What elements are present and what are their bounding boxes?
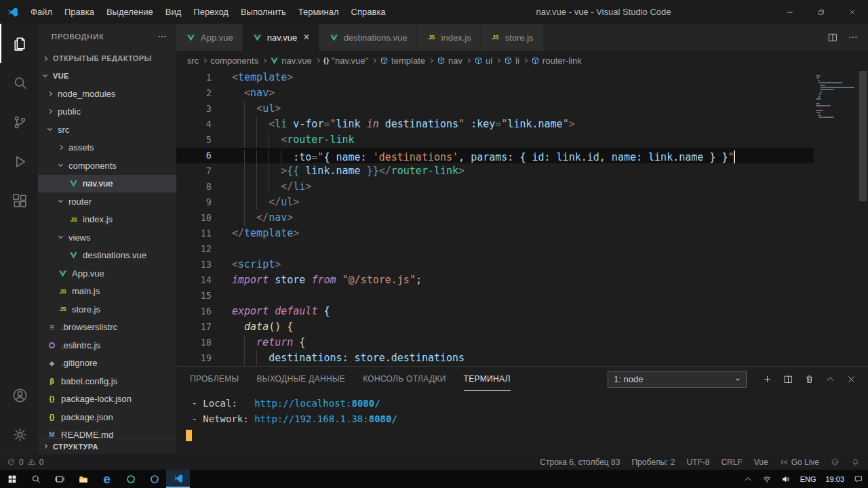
code-line-12[interactable]: 12	[176, 241, 814, 257]
taskbar-task-view[interactable]	[47, 470, 71, 488]
new-terminal-icon[interactable]	[760, 371, 774, 386]
terminal-cursor-line[interactable]	[186, 427, 868, 443]
panel-tab-terminal[interactable]: ТЕРМИНАЛ	[464, 367, 511, 391]
taskbar-app-teal[interactable]	[119, 470, 142, 488]
breadcrumb-nav-vue[interactable]: nav.vue	[270, 56, 312, 66]
menu-run[interactable]: Выполнить	[235, 0, 292, 24]
status-cursor-position[interactable]: Строка 6, столбец 83	[540, 458, 620, 467]
breadcrumb-li[interactable]: li	[504, 56, 519, 66]
close-icon[interactable]: ×	[303, 32, 309, 43]
panel-tab-problems[interactable]: ПРОБЛЕМЫ	[190, 367, 239, 391]
breadcrumb-src[interactable]: src	[187, 56, 199, 66]
tree-item-nav-vue[interactable]: nav.vue	[38, 175, 176, 193]
menu-selection[interactable]: Выделение	[100, 0, 159, 24]
activity-account[interactable]	[0, 375, 38, 415]
terminal-select[interactable]: 1: node	[608, 371, 747, 388]
minimap[interactable]	[814, 70, 857, 366]
breadcrumb-nav-vue[interactable]: {}"nav.vue"	[323, 56, 368, 66]
code-editor[interactable]: 1<template>2 <nav>3 <ul>4 <li v-for="lin…	[176, 70, 814, 366]
taskbar-app-blue[interactable]	[142, 470, 166, 488]
breadcrumb-router-link[interactable]: router-link	[531, 56, 582, 66]
tree-item-babel-config-js[interactable]: βbabel.config.js	[38, 372, 176, 390]
status-feedback[interactable]	[831, 458, 840, 466]
code-line-7[interactable]: 7 >{{ link.name }}</router-link>	[176, 163, 814, 179]
tab-nav-vue[interactable]: nav.vue×	[243, 24, 319, 51]
code-line-17[interactable]: 17 data() {	[176, 319, 814, 335]
tree-item-components[interactable]: components	[38, 157, 176, 175]
tree-item-destinations-vue[interactable]: destinations.vue	[38, 247, 176, 265]
close-button[interactable]	[837, 0, 868, 24]
status-eol[interactable]: CRLF	[721, 458, 742, 467]
tree-item-assets[interactable]: assets	[38, 139, 176, 157]
tree-item-package-json[interactable]: {}package.json	[38, 408, 176, 426]
code-line-11[interactable]: 11</template>	[176, 226, 814, 241]
tree-item-router[interactable]: router	[38, 192, 176, 211]
panel-tab-output[interactable]: ВЫХОДНЫЕ ДАННЫЕ	[256, 367, 345, 391]
tree-item-main-js[interactable]: JSmain.js	[38, 283, 176, 301]
restore-button[interactable]	[806, 0, 837, 24]
code-line-13[interactable]: 13<script>	[176, 257, 814, 272]
tray-clock[interactable]: 19:03	[821, 470, 849, 488]
tree-item-src[interactable]: src	[38, 121, 176, 139]
activity-settings[interactable]	[0, 415, 38, 454]
split-editor-icon[interactable]	[827, 32, 838, 43]
menu-go[interactable]: Переход	[187, 0, 235, 24]
tab-index-js[interactable]: JSindex.js	[417, 24, 481, 51]
code-line-1[interactable]: 1<template>	[176, 70, 814, 85]
menu-edit[interactable]: Правка	[58, 0, 100, 24]
code-line-9[interactable]: 9 </ul>	[176, 195, 814, 210]
tray-show-hidden[interactable]	[738, 470, 757, 488]
tab-destinations-vue[interactable]: destinations.vue	[319, 24, 417, 51]
code-line-10[interactable]: 10 </nav>	[176, 210, 814, 226]
kill-terminal-icon[interactable]	[802, 371, 816, 386]
problems-status[interactable]: 0 0	[7, 458, 43, 467]
status-go-live[interactable]: Go Live	[780, 458, 819, 467]
breadcrumb-components[interactable]: components	[210, 56, 258, 66]
tray-language[interactable]: ENG	[795, 470, 821, 488]
tree-item-eslintrc-js[interactable]: .eslintrc.js	[38, 336, 176, 354]
code-line-19[interactable]: 19 destinations: store.destinations	[176, 350, 814, 366]
tree-item-app-vue[interactable]: App.vue	[38, 264, 176, 283]
menu-terminal[interactable]: Терминал	[292, 0, 345, 24]
tree-item-readme-md[interactable]: MREADME.md	[38, 426, 176, 439]
more-actions-icon[interactable]	[848, 32, 859, 43]
code-line-14[interactable]: 14import store from "@/store.js";	[176, 272, 814, 288]
tree-item-views[interactable]: views	[38, 228, 176, 247]
taskbar-start[interactable]	[0, 470, 24, 488]
code-line-4[interactable]: 4 <li v-for="link in destinations" :key=…	[176, 117, 814, 132]
status-language-mode[interactable]: Vue	[754, 458, 768, 467]
tree-item-index-js[interactable]: JSindex.js	[38, 211, 176, 229]
status-notifications[interactable]	[851, 458, 860, 466]
breadcrumb-nav[interactable]: nav	[437, 56, 462, 66]
menu-file[interactable]: Файл	[24, 0, 58, 24]
maximize-panel-icon[interactable]	[823, 371, 837, 386]
code-line-16[interactable]: 16export default {	[176, 304, 814, 319]
menu-view[interactable]: Вид	[159, 0, 188, 24]
code-line-5[interactable]: 5 <router-link	[176, 132, 814, 148]
split-terminal-icon[interactable]	[781, 371, 795, 386]
code-line-15[interactable]: 15	[176, 288, 814, 304]
terminal[interactable]: - Local: http://localhost:8080/ - Networ…	[176, 391, 868, 443]
tray-network[interactable]	[757, 470, 776, 488]
tree-item-gitignore[interactable]: ◆.gitignore	[38, 354, 176, 373]
section-outline[interactable]: СТРУКТУРА	[38, 438, 176, 454]
code-line-18[interactable]: 18 return {	[176, 335, 814, 350]
panel-tab-debug-console[interactable]: КОНСОЛЬ ОТЛАДКИ	[363, 367, 446, 391]
status-encoding[interactable]: UTF-8	[686, 458, 709, 467]
taskbar-edge[interactable]: e	[95, 470, 119, 488]
section-open-editors[interactable]: ОТКРЫТЫЕ РЕДАКТОРЫ	[38, 49, 176, 67]
tab-app-vue[interactable]: App.vue	[176, 24, 243, 51]
tree-item-store-js[interactable]: JSstore.js	[38, 300, 176, 319]
tree-item-browserslistrc[interactable]: ≡.browserslistrc	[38, 319, 176, 337]
code-line-6[interactable]: 6 :to="{ name: 'destinations', params: {…	[176, 148, 814, 163]
more-actions-icon[interactable]	[156, 30, 168, 43]
menu-help[interactable]: Справка	[345, 0, 392, 24]
status-indentation[interactable]: Пробелы: 2	[631, 458, 675, 467]
code-line-8[interactable]: 8 </li>	[176, 179, 814, 195]
tree-item-package-lock-json[interactable]: {}package-lock.json	[38, 390, 176, 409]
activity-source-control[interactable]	[0, 102, 38, 142]
tray-volume[interactable]	[776, 470, 795, 488]
activity-run-debug[interactable]	[0, 142, 38, 181]
taskbar-vscode[interactable]	[166, 470, 190, 488]
editor-scrollbar[interactable]	[858, 70, 868, 366]
